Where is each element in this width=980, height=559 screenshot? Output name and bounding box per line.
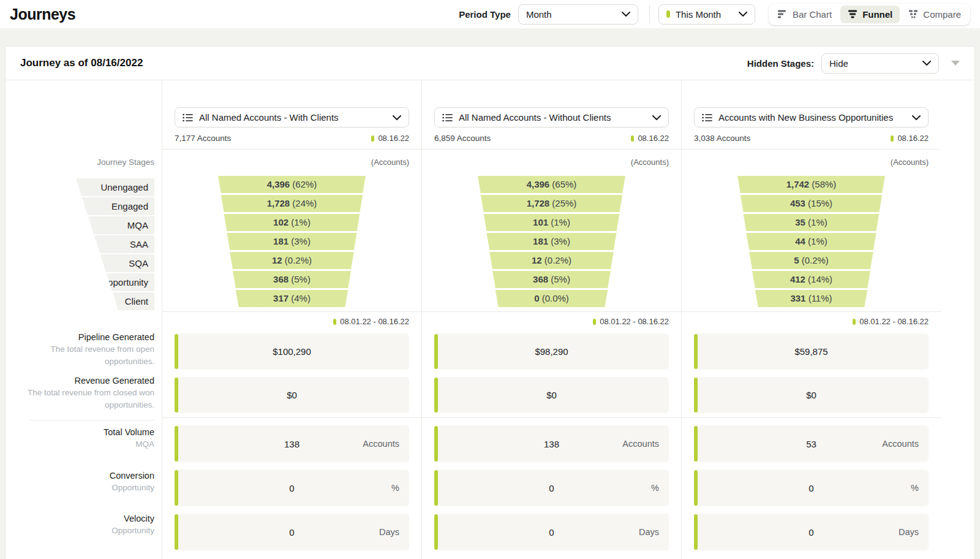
chevron-down-icon — [652, 115, 661, 120]
pipeline-value: $100,290 — [273, 346, 311, 357]
journey-stages-funnel: Unengaged Engaged MQA SAA SQA Opportunit… — [69, 178, 154, 311]
journey-stage-label[interactable]: Opportunity — [69, 273, 154, 291]
funnel-bar-pct: (0.2%) — [802, 255, 829, 265]
conversion-unit: % — [651, 483, 659, 493]
funnel-bar[interactable]: 317 (4%) — [216, 290, 369, 307]
journey-stage-label[interactable]: MQA — [69, 216, 154, 234]
journey-stage-label[interactable]: Engaged — [69, 197, 154, 215]
account-count: 7,177 Accounts — [175, 134, 231, 143]
unit-note: (Accounts) — [694, 158, 929, 167]
funnel-bar[interactable]: 412 (14%) — [735, 271, 888, 288]
funnel-bar-value: 0 — [534, 293, 539, 303]
funnel-bar-pct: (24%) — [292, 198, 317, 208]
period-dot-icon — [333, 319, 336, 325]
funnel-bar[interactable]: 12 (0.2%) — [475, 252, 628, 269]
accent-bar — [434, 378, 438, 413]
funnel-bar[interactable]: 368 (5%) — [475, 271, 628, 288]
accent-bar — [434, 426, 438, 462]
as-of-date: 08.16.22 — [371, 134, 409, 143]
funnel-bar[interactable]: 0 (0.0%) — [475, 290, 628, 307]
funnel-bar-value: 12 — [272, 255, 282, 265]
conversion-unit: % — [911, 483, 919, 493]
accent-bar — [175, 514, 178, 550]
funnel-bar[interactable]: 102 (1%) — [216, 214, 369, 231]
accent-bar — [434, 470, 438, 506]
compare-funnel-icon — [908, 10, 918, 18]
funnel-bar[interactable]: 12 (0.2%) — [216, 252, 369, 269]
funnel-bar-value: 368 — [273, 274, 288, 284]
bar-chart-view-button[interactable]: Bar Chart — [771, 6, 839, 23]
period-dot-icon — [891, 135, 894, 142]
funnel-bar[interactable]: 453 (15%) — [735, 195, 888, 212]
funnel-bar-value: 1,742 — [786, 179, 810, 189]
velocity-cell: 0 Days — [434, 514, 669, 550]
segment-select[interactable]: All Named Accounts - Without Clients — [434, 107, 669, 127]
journey-card: Journey as of 08/16/2022 Hidden Stages: … — [5, 46, 975, 559]
segment-select[interactable]: Accounts with New Business Opportunities — [694, 107, 929, 127]
funnel-bar[interactable]: 101 (1%) — [475, 214, 628, 231]
dotted-divider — [682, 311, 941, 312]
journey-stage-label[interactable]: SQA — [69, 254, 154, 272]
funnel-bar[interactable]: 44 (1%) — [735, 233, 888, 250]
accent-bar — [175, 426, 178, 462]
funnel-bar-value: 101 — [533, 217, 548, 227]
journey-stage-label[interactable]: Client — [69, 292, 154, 310]
funnel-chart: 1,742 (58%) 453 (15%) 35 (1%) 44 — [735, 176, 888, 307]
funnel-view-button[interactable]: Funnel — [840, 6, 900, 23]
funnel-bar-value: 368 — [533, 274, 548, 284]
revenue-value: $0 — [806, 390, 816, 400]
funnel-bar-value: 4,396 — [267, 179, 290, 189]
funnel-bar-pct: (5%) — [291, 274, 311, 284]
funnel-bar[interactable]: 368 (5%) — [216, 271, 369, 288]
velocity-label: Velocity Opportunity — [24, 512, 154, 537]
period-select[interactable]: This Month — [658, 4, 755, 25]
unit-note: (Accounts) — [175, 158, 409, 167]
conversion-cell: 0 % — [694, 470, 929, 506]
funnel-bar-pct: (65%) — [552, 179, 576, 189]
accent-bar — [694, 426, 698, 462]
velocity-value: 0 — [549, 527, 554, 538]
funnel-bar-pct: (1%) — [808, 236, 827, 246]
funnel-bar[interactable]: 4,396 (62%) — [216, 176, 369, 193]
unit-note: (Accounts) — [434, 158, 669, 167]
funnel-bar[interactable]: 1,728 (24%) — [216, 195, 369, 212]
accent-bar — [694, 334, 698, 369]
funnel-bar[interactable]: 331 (11%) — [735, 290, 888, 307]
journey-stage-label[interactable]: SAA — [69, 235, 154, 253]
funnel-bar[interactable]: 181 (3%) — [216, 233, 369, 250]
journey-stage-label[interactable]: Unengaged — [69, 178, 154, 196]
date-range: 08.01.22 - 08.16.22 — [175, 317, 409, 326]
funnel-bar-pct: (0.2%) — [285, 255, 312, 265]
revenue-value: $0 — [546, 390, 557, 400]
volume-unit: Accounts — [363, 439, 399, 449]
funnel-bar-pct: (5%) — [551, 274, 570, 284]
funnel-chart: 4,396 (65%) 1,728 (25%) 101 (1%) 18 — [475, 176, 628, 307]
period-type-select[interactable]: Month — [518, 4, 638, 25]
bar-chart-icon — [778, 10, 788, 18]
as-of-date: 08.16.22 — [631, 134, 669, 143]
funnel-bar[interactable]: 5 (0.2%) — [735, 252, 888, 269]
hidden-stages-select[interactable]: Hide — [821, 53, 939, 74]
hidden-stages-label: Hidden Stages: — [747, 58, 814, 69]
funnel-bar[interactable]: 1,728 (25%) — [475, 195, 628, 212]
accent-bar — [434, 334, 438, 369]
accent-bar — [175, 378, 178, 413]
card-title: Journey as of 08/16/2022 — [20, 57, 143, 69]
funnel-bar[interactable]: 4,396 (65%) — [475, 176, 628, 193]
funnel-bar[interactable]: 35 (1%) — [735, 214, 888, 231]
dotted-divider — [162, 417, 421, 418]
segment-column-1: All Named Accounts - With Clients 7,177 … — [162, 80, 421, 559]
date-range: 08.01.22 - 08.16.22 — [434, 317, 669, 326]
total-volume-cell: 138 Accounts — [175, 425, 409, 462]
segment-select[interactable]: All Named Accounts - With Clients — [175, 107, 409, 127]
accent-bar — [694, 378, 698, 413]
funnel-bar[interactable]: 181 (3%) — [475, 233, 628, 250]
compare-view-button[interactable]: Compare — [901, 6, 968, 23]
list-icon — [442, 113, 453, 122]
pipeline-value: $98,290 — [535, 346, 568, 357]
conversion-value: 0 — [809, 483, 813, 493]
period-dot-icon — [631, 135, 634, 142]
funnel-bar[interactable]: 1,742 (58%) — [735, 176, 888, 193]
funnel-bar-value: 35 — [795, 217, 805, 227]
caret-down-icon[interactable] — [951, 61, 960, 66]
